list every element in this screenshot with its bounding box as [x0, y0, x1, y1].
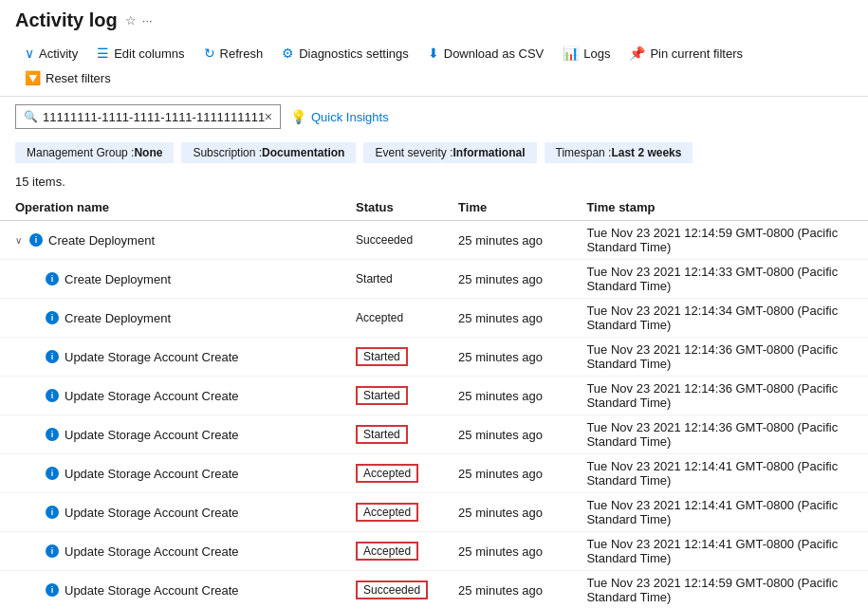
status-badge: Accepted — [356, 464, 428, 483]
timestamp: Tue Nov 23 2021 12:14:59 GMT-0800 (Pacif… — [571, 571, 868, 609]
filter-sev-label: Event severity : — [375, 146, 452, 159]
table-row[interactable]: iUpdate Storage Account CreateStarted25 … — [0, 415, 868, 454]
col-header-operation: Operation name — [0, 194, 341, 221]
status-badge: Accepted — [356, 503, 428, 522]
quick-insights-button[interactable]: 💡 Quick Insights — [290, 109, 389, 124]
time-relative: 25 minutes ago — [443, 454, 571, 493]
activity-button[interactable]: ∨ Activity — [15, 41, 87, 65]
download-csv-label: Download as CSV — [444, 46, 545, 61]
diagnostics-label: Diagnostics settings — [299, 46, 409, 61]
table-row[interactable]: iUpdate Storage Account CreateAccepted25… — [0, 532, 868, 571]
table-row[interactable]: iUpdate Storage Account CreateStarted25 … — [0, 377, 868, 415]
operation-name: Create Deployment — [48, 233, 155, 248]
refresh-icon: ↻ — [204, 46, 215, 61]
filter-sub-label: Subscription : — [193, 146, 262, 159]
filter-ts-label: Timespan : — [556, 146, 612, 159]
download-icon: ⬇ — [428, 46, 439, 61]
info-icon: i — [46, 428, 59, 441]
table-row[interactable]: iUpdate Storage Account CreateSucceeded2… — [0, 571, 868, 609]
quick-insights-label: Quick Insights — [311, 110, 389, 124]
reset-filters-button[interactable]: 🔽 Reset filters — [15, 65, 120, 90]
timestamp: Tue Nov 23 2021 12:14:41 GMT-0800 (Pacif… — [571, 493, 868, 532]
filter-timespan[interactable]: Timespan : Last 2 weeks — [545, 142, 693, 163]
edit-columns-label: Edit columns — [114, 46, 184, 61]
timestamp: Tue Nov 23 2021 12:14:59 GMT-0800 (Pacif… — [571, 221, 868, 260]
time-relative: 25 minutes ago — [443, 532, 571, 571]
filter-management-group[interactable]: Management Group : None — [15, 142, 174, 163]
favorite-icon[interactable]: ☆ — [125, 13, 137, 28]
operation-name: Update Storage Account Create — [65, 389, 239, 403]
expand-icon[interactable]: ∨ — [15, 235, 22, 246]
refresh-button[interactable]: ↻ Refresh — [194, 41, 273, 65]
table-header: Operation name Status Time Time stamp — [0, 194, 868, 221]
filter-event-severity[interactable]: Event severity : Informational — [363, 142, 536, 163]
logs-label: Logs — [583, 46, 610, 61]
time-relative: 25 minutes ago — [443, 377, 571, 415]
more-icon[interactable]: ··· — [142, 13, 153, 28]
logs-icon: 📊 — [563, 46, 579, 61]
filter-ts-value: Last 2 weeks — [611, 146, 681, 159]
info-icon: i — [46, 272, 59, 286]
table-row[interactable]: iUpdate Storage Account CreateStarted25 … — [0, 338, 868, 377]
refresh-label: Refresh — [220, 46, 264, 61]
search-icon: 🔍 — [24, 110, 38, 123]
col-header-status: Status — [341, 194, 443, 221]
diagnostics-button[interactable]: ⚙ Diagnostics settings — [272, 41, 418, 65]
time-relative: 25 minutes ago — [443, 571, 571, 609]
filters-bar: Management Group : None Subscription : D… — [0, 137, 868, 171]
clear-search-button[interactable]: × — [265, 109, 272, 124]
table-body: ∨iCreate DeploymentSucceeded25 minutes a… — [0, 221, 868, 609]
search-input[interactable] — [43, 110, 265, 124]
timestamp: Tue Nov 23 2021 12:14:36 GMT-0800 (Pacif… — [571, 338, 868, 377]
table-row[interactable]: iCreate DeploymentAccepted25 minutes ago… — [0, 299, 868, 338]
timestamp: Tue Nov 23 2021 12:14:34 GMT-0800 (Pacif… — [571, 299, 868, 338]
info-icon: i — [46, 389, 59, 402]
table-container: Operation name Status Time Time stamp ∨i… — [0, 194, 868, 608]
operation-name: Update Storage Account Create — [65, 350, 239, 364]
operation-name: Create Deployment — [65, 311, 171, 325]
table-row[interactable]: ∨iCreate DeploymentSucceeded25 minutes a… — [0, 221, 868, 260]
gear-icon: ⚙ — [282, 46, 294, 61]
timestamp: Tue Nov 23 2021 12:14:41 GMT-0800 (Pacif… — [571, 454, 868, 493]
bulb-icon: 💡 — [290, 109, 306, 124]
col-header-time: Time — [443, 194, 571, 221]
filter-mg-value: None — [134, 146, 162, 159]
title-icons[interactable]: ☆ ··· — [125, 13, 153, 28]
chevron-down-icon: ∨ — [25, 46, 34, 61]
time-relative: 25 minutes ago — [443, 493, 571, 532]
time-relative: 25 minutes ago — [443, 260, 571, 299]
timestamp: Tue Nov 23 2021 12:14:41 GMT-0800 (Pacif… — [571, 532, 868, 571]
filter-mg-label: Management Group : — [27, 146, 134, 159]
status-badge: Succeeded — [356, 580, 428, 599]
timestamp: Tue Nov 23 2021 12:14:36 GMT-0800 (Pacif… — [571, 415, 868, 454]
edit-columns-button[interactable]: ☰ Edit columns — [87, 41, 194, 65]
search-input-wrap[interactable]: 🔍 × — [15, 104, 281, 129]
search-bar: 🔍 × 💡 Quick Insights — [0, 97, 868, 137]
status-badge: Started — [356, 272, 428, 286]
pin-filters-button[interactable]: 📌 Pin current filters — [619, 41, 752, 65]
filter-subscription[interactable]: Subscription : Documentation — [181, 142, 356, 163]
pin-filters-label: Pin current filters — [650, 46, 743, 61]
info-icon: i — [46, 506, 59, 519]
pin-icon: 📌 — [629, 46, 645, 61]
info-icon: i — [29, 233, 43, 247]
operation-name: Update Storage Account Create — [65, 506, 239, 520]
operation-name: Update Storage Account Create — [65, 544, 239, 559]
status-badge: Started — [356, 347, 428, 366]
operation-name: Update Storage Account Create — [65, 467, 239, 481]
time-relative: 25 minutes ago — [443, 338, 571, 377]
logs-button[interactable]: 📊 Logs — [553, 41, 619, 65]
info-icon: i — [46, 311, 59, 324]
operation-name: Create Deployment — [65, 272, 171, 286]
table-row[interactable]: iCreate DeploymentStarted25 minutes agoT… — [0, 260, 868, 299]
download-csv-button[interactable]: ⬇ Download as CSV — [418, 41, 554, 65]
toolbar: ∨ Activity ☰ Edit columns ↻ Refresh ⚙ Di… — [0, 37, 868, 97]
table-row[interactable]: iUpdate Storage Account CreateAccepted25… — [0, 454, 868, 493]
table-row[interactable]: iUpdate Storage Account CreateAccepted25… — [0, 493, 868, 532]
columns-icon: ☰ — [97, 46, 109, 61]
activity-label: Activity — [39, 46, 78, 61]
filter-sev-value: Informational — [452, 146, 525, 159]
reset-icon: 🔽 — [25, 70, 41, 85]
status-badge: Accepted — [356, 542, 428, 561]
reset-filters-label: Reset filters — [46, 71, 111, 85]
